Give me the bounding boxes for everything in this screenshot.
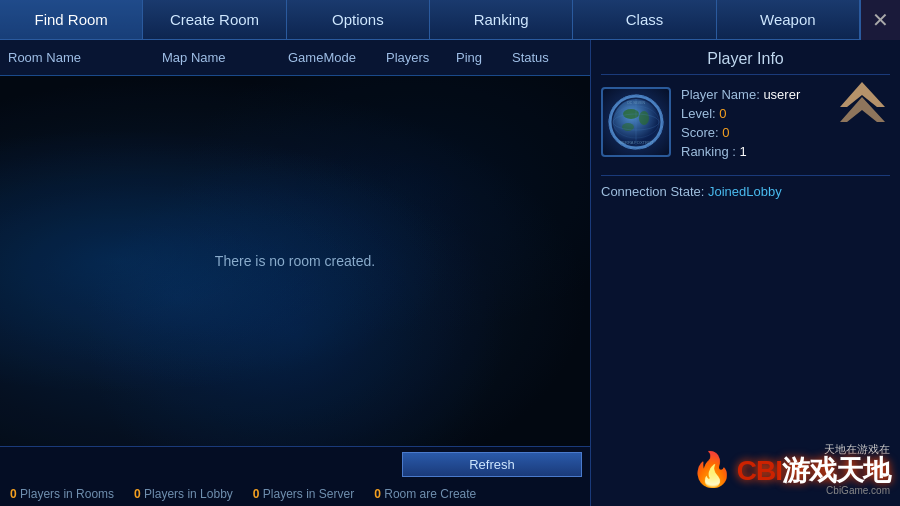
player-level-value: 0 (719, 106, 726, 121)
logo-text: CBI游戏天地 (737, 457, 890, 485)
players-in-lobby-stat: 0 Players in Lobby (134, 487, 233, 501)
svg-text:OC SEVEN: OC SEVEN (627, 101, 646, 105)
players-in-lobby-count: 0 (134, 487, 141, 501)
players-in-lobby-label: Players in Lobby (144, 487, 233, 501)
fire-icon: 🔥 (691, 452, 733, 486)
player-name-value: userer (763, 87, 800, 102)
rank-badge-icon (835, 77, 890, 142)
player-ranking-value: 1 (740, 144, 747, 159)
stats-and-rank: Player Name: userer Level: 0 Score: 0 Ra… (681, 87, 890, 159)
close-icon: ✕ (872, 8, 889, 32)
nav-item-find-room[interactable]: Find Room (0, 0, 143, 39)
player-level-label: Level: (681, 106, 716, 121)
main-content: Room Name Map Name GameMode Players Ping… (0, 40, 900, 506)
players-in-rooms-count: 0 (10, 487, 17, 501)
no-room-message: There is no room created. (215, 253, 375, 269)
svg-text:SIERRA FOXTROT: SIERRA FOXTROT (619, 140, 654, 145)
player-level-row: Level: 0 (681, 106, 829, 121)
player-stats: Player Name: userer Level: 0 Score: 0 Ra… (681, 87, 829, 159)
rooms-created-label: Room are Create (384, 487, 476, 501)
player-name-label: Player Name: (681, 87, 760, 102)
nav-item-ranking[interactable]: Ranking (430, 0, 573, 39)
col-header-status: Status (512, 50, 582, 65)
rooms-created-stat: 0 Room are Create (374, 487, 476, 501)
rooms-created-count: 0 (374, 487, 381, 501)
close-button[interactable]: ✕ (860, 0, 900, 40)
logo-container: 🔥 天地在游戏在 CBI游戏天地 CbiGame.com (601, 199, 890, 496)
col-header-players: Players (386, 50, 456, 65)
right-panel: Player Info (590, 40, 900, 506)
player-ranking-label: Ranking : (681, 144, 736, 159)
player-score-label: Score: (681, 125, 719, 140)
col-header-ping: Ping (456, 50, 512, 65)
player-info-body: SIERRA FOXTROT OC SEVEN Player Name: use… (601, 87, 890, 159)
players-in-server-stat: 0 Players in Server (253, 487, 354, 501)
globe-icon: SIERRA FOXTROT OC SEVEN (606, 92, 666, 152)
connection-state: Connection State: JoinedLobby (601, 175, 890, 199)
svg-point-3 (639, 111, 649, 125)
col-header-room-name: Room Name (8, 50, 162, 65)
players-in-rooms-label: Players in Rooms (20, 487, 114, 501)
player-avatar: SIERRA FOXTROT OC SEVEN (601, 87, 671, 157)
column-headers: Room Name Map Name GameMode Players Ping… (0, 40, 590, 76)
player-name-row: Player Name: userer (681, 87, 829, 102)
top-navigation: Find RoomCreate RoomOptionsRankingClassW… (0, 0, 900, 40)
nav-item-weapon[interactable]: Weapon (717, 0, 860, 39)
players-in-rooms-stat: 0 Players in Rooms (10, 487, 114, 501)
nav-item-create-room[interactable]: Create Room (143, 0, 286, 39)
refresh-button[interactable]: Refresh (402, 452, 582, 477)
connection-state-value: JoinedLobby (708, 184, 782, 199)
players-in-server-count: 0 (253, 487, 260, 501)
col-header-map-name: Map Name (162, 50, 288, 65)
rank-chevron (835, 77, 890, 159)
player-score-value: 0 (722, 125, 729, 140)
player-info-title: Player Info (601, 50, 890, 75)
logo-url: CbiGame.com (826, 485, 890, 496)
col-header-gamemode: GameMode (288, 50, 386, 65)
player-score-row: Score: 0 (681, 125, 829, 140)
stats-row: 0 Players in Rooms 0 Players in Lobby 0 … (0, 487, 590, 501)
players-in-server-label: Players in Server (263, 487, 354, 501)
player-ranking-row: Ranking : 1 (681, 144, 829, 159)
connection-state-label: Connection State: (601, 184, 704, 199)
room-list-area: There is no room created. (0, 76, 590, 446)
nav-item-options[interactable]: Options (287, 0, 430, 39)
logo-area: 🔥 天地在游戏在 CBI游戏天地 CbiGame.com (691, 442, 890, 496)
nav-item-class[interactable]: Class (573, 0, 716, 39)
bottom-bar: Refresh 0 Players in Rooms 0 Players in … (0, 446, 590, 506)
logo-wrapper: 天地在游戏在 CBI游戏天地 CbiGame.com (737, 442, 890, 496)
refresh-row: Refresh (0, 452, 590, 477)
left-panel: Room Name Map Name GameMode Players Ping… (0, 40, 590, 506)
